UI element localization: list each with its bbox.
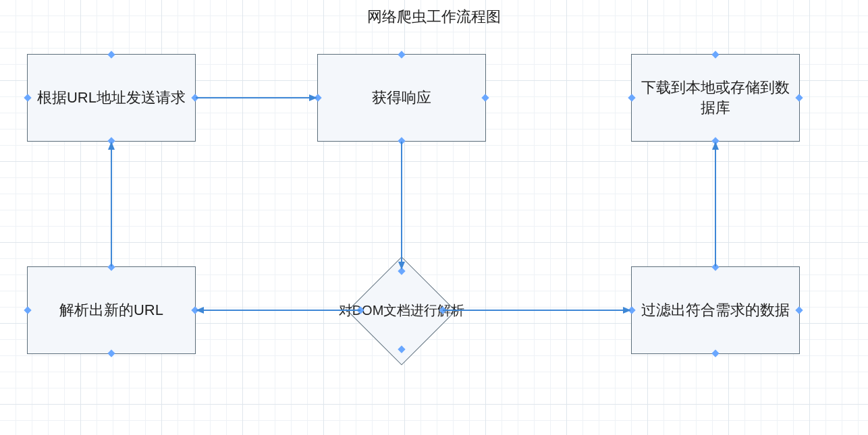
- resize-handle-icon[interactable]: [628, 306, 635, 314]
- resize-handle-icon[interactable]: [795, 306, 803, 314]
- resize-handle-icon[interactable]: [711, 349, 719, 357]
- resize-handle-icon[interactable]: [398, 51, 405, 58]
- resize-handle-icon[interactable]: [24, 306, 31, 314]
- resize-handle-icon[interactable]: [795, 94, 803, 101]
- resize-handle-icon[interactable]: [191, 94, 198, 101]
- resize-handle-icon[interactable]: [24, 94, 31, 101]
- diagram-title: 网络爬虫工作流程图: [0, 7, 868, 27]
- resize-handle-icon[interactable]: [628, 94, 635, 101]
- node-filter-data[interactable]: 过滤出符合需求的数据: [631, 266, 800, 354]
- node-send-request[interactable]: 根据URL地址发送请求: [27, 54, 196, 142]
- node-get-response[interactable]: 获得响应: [317, 54, 486, 142]
- resize-handle-icon[interactable]: [481, 94, 489, 101]
- resize-handle-icon[interactable]: [107, 51, 115, 58]
- resize-handle-icon[interactable]: [107, 137, 115, 144]
- diagram-canvas[interactable]: 网络爬虫工作流程图 根据URL地址发送请求 获得响应 下载到本地或存储到数据库 …: [0, 0, 868, 435]
- resize-handle-icon[interactable]: [711, 137, 719, 144]
- node-label: 根据URL地址发送请求: [37, 88, 186, 108]
- node-label: 下载到本地或存储到数据库: [637, 78, 794, 117]
- resize-handle-icon[interactable]: [711, 51, 719, 58]
- resize-handle-icon[interactable]: [107, 349, 115, 357]
- node-label: 过滤出符合需求的数据: [641, 300, 790, 320]
- node-download-store[interactable]: 下载到本地或存储到数据库: [631, 54, 800, 142]
- node-label: 解析出新的URL: [59, 300, 163, 320]
- resize-handle-icon[interactable]: [107, 263, 115, 270]
- node-parse-url[interactable]: 解析出新的URL: [27, 266, 196, 354]
- node-label: 获得响应: [372, 88, 431, 108]
- resize-handle-icon[interactable]: [398, 137, 405, 144]
- resize-handle-icon[interactable]: [711, 263, 719, 270]
- resize-handle-icon[interactable]: [314, 94, 321, 101]
- resize-handle-icon[interactable]: [191, 306, 198, 314]
- node-parse-dom[interactable]: 对DOM文档进行解析: [331, 256, 472, 364]
